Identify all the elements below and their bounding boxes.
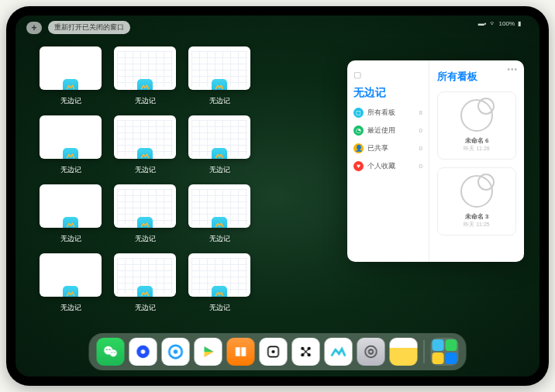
app-label: 无边记	[135, 234, 156, 244]
app-card[interactable]: 无边记	[188, 184, 251, 250]
freeform-app-icon	[137, 79, 153, 90]
board-thumbnail	[460, 175, 493, 208]
panel-sidebar: ▢ 无边记 ◻ 所有看板 8 ◔ 最近使用 0 👤 已共享 0 ♥ 个人收藏 0	[347, 60, 429, 262]
app-card[interactable]: 无边记	[188, 253, 251, 319]
dock-app-freeform[interactable]	[325, 338, 353, 366]
more-icon[interactable]: •••	[507, 65, 518, 74]
app-label: 无边记	[209, 234, 230, 244]
svg-point-4	[112, 352, 112, 352]
app-card[interactable]: 无边记	[39, 46, 102, 112]
app-card[interactable]: 无边记	[113, 184, 177, 250]
board-time: 昨天 11:25	[464, 221, 489, 229]
board-thumbnail	[460, 99, 493, 132]
freeform-app-icon	[212, 148, 227, 159]
app-thumbnail	[188, 253, 250, 297]
battery-icon: ▮	[518, 20, 521, 27]
svg-point-3	[109, 349, 111, 350]
dock-separator	[424, 340, 425, 363]
freeform-app-icon	[63, 286, 78, 297]
sidebar-menu-item[interactable]: ◔ 最近使用 0	[353, 126, 422, 136]
reopen-closed-window-button[interactable]: 重新打开已关闭的窗口	[48, 21, 130, 34]
dock	[89, 333, 467, 370]
dock-app-browser2[interactable]	[162, 338, 190, 366]
menu-item-icon: ◔	[353, 126, 364, 136]
svg-point-19	[369, 349, 374, 354]
app-card[interactable]: 无边记	[39, 184, 102, 250]
signal-icon: ▬▪	[478, 20, 487, 27]
topbar: + 重新打开已关闭的窗口	[26, 21, 130, 34]
app-label: 无边记	[60, 96, 81, 106]
menu-item-label: 最近使用	[367, 126, 395, 136]
app-card[interactable]: 无边记	[39, 115, 102, 181]
board-card[interactable]: 未命名 6 昨天 11:28	[437, 91, 516, 160]
svg-point-7	[141, 349, 146, 354]
status-bar: ▬▪ ᯤ 100% ▮	[478, 20, 521, 27]
freeform-panel: ••• ▢ 无边记 ◻ 所有看板 8 ◔ 最近使用 0 👤 已共享 0 ♥ 个人…	[347, 60, 524, 262]
board-name: 未命名 3	[465, 212, 489, 221]
svg-point-18	[365, 346, 377, 358]
app-label: 无边记	[135, 96, 156, 106]
app-card[interactable]: 无边记	[188, 46, 251, 112]
board-card[interactable]: 未命名 3 昨天 11:25	[437, 167, 516, 236]
app-card[interactable]: 无边记	[188, 115, 251, 181]
svg-point-2	[106, 349, 108, 350]
app-thumbnail	[188, 184, 250, 228]
app-label: 无边记	[60, 234, 81, 244]
sidebar-menu-item[interactable]: 👤 已共享 0	[353, 143, 422, 153]
freeform-app-icon	[63, 148, 78, 159]
svg-point-11	[271, 350, 274, 353]
board-name: 未命名 6	[465, 136, 489, 145]
sidebar-menu-item[interactable]: ◻ 所有看板 8	[353, 108, 422, 118]
app-label: 无边记	[60, 165, 81, 175]
freeform-app-icon	[137, 217, 153, 228]
panel-title: 无边记	[353, 86, 422, 100]
ipad-frame: ▬▪ ᯤ 100% ▮ + 重新打开已关闭的窗口 无边记无边记无边记无边记无边记…	[6, 6, 549, 386]
menu-item-label: 个人收藏	[367, 161, 395, 171]
dock-app-browser1[interactable]	[129, 338, 157, 366]
app-switcher-grid: 无边记无边记无边记无边记无边记无边记无边记无边记无边记无边记无边记无边记	[39, 46, 318, 319]
app-card[interactable]: 无边记	[113, 253, 177, 319]
svg-point-5	[114, 352, 115, 352]
app-label: 无边记	[135, 165, 156, 175]
app-label: 无边记	[209, 165, 230, 175]
app-card[interactable]: 无边记	[113, 46, 177, 112]
dock-app-dots[interactable]	[292, 338, 320, 366]
menu-item-count: 8	[419, 109, 422, 116]
app-label: 无边记	[60, 303, 81, 313]
menu-item-count: 0	[419, 163, 422, 170]
freeform-app-icon	[212, 79, 227, 90]
sidebar-menu-item[interactable]: ♥ 个人收藏 0	[353, 161, 422, 171]
freeform-app-icon	[212, 217, 227, 228]
app-thumbnail	[114, 184, 176, 228]
dock-app-books[interactable]	[227, 338, 255, 366]
panel-content: 所有看板 未命名 6 昨天 11:28 未命名 3 昨天 11:25	[429, 60, 524, 262]
app-thumbnail	[188, 46, 250, 90]
app-card[interactable]: 无边记	[113, 115, 177, 181]
app-thumbnail	[114, 46, 176, 90]
freeform-app-icon	[137, 286, 153, 297]
menu-item-icon: ◻	[353, 108, 364, 118]
freeform-app-icon	[63, 79, 78, 90]
dock-app-dice[interactable]	[260, 338, 288, 366]
freeform-app-icon	[137, 148, 153, 159]
dock-app-wechat[interactable]	[97, 338, 125, 366]
menu-item-icon: 👤	[353, 143, 364, 153]
dock-app-settings[interactable]	[357, 338, 385, 366]
wifi-icon: ᯤ	[490, 20, 496, 27]
dock-recent-apps-stack[interactable]	[431, 338, 459, 366]
app-thumbnail	[40, 184, 102, 228]
battery-percent: 100%	[499, 20, 515, 27]
dock-app-play[interactable]	[195, 338, 222, 366]
dock-app-notes[interactable]	[390, 338, 418, 366]
menu-item-count: 0	[419, 145, 422, 152]
app-label: 无边记	[209, 96, 230, 106]
app-thumbnail	[114, 253, 176, 297]
menu-item-label: 已共享	[367, 143, 388, 153]
freeform-app-icon	[212, 286, 227, 297]
app-card[interactable]: 无边记	[39, 253, 102, 319]
sidebar-toggle-icon[interactable]: ▢	[353, 70, 422, 80]
svg-point-1	[110, 349, 117, 356]
app-thumbnail	[188, 115, 250, 159]
add-button[interactable]: +	[26, 22, 42, 34]
freeform-app-icon	[63, 217, 78, 228]
